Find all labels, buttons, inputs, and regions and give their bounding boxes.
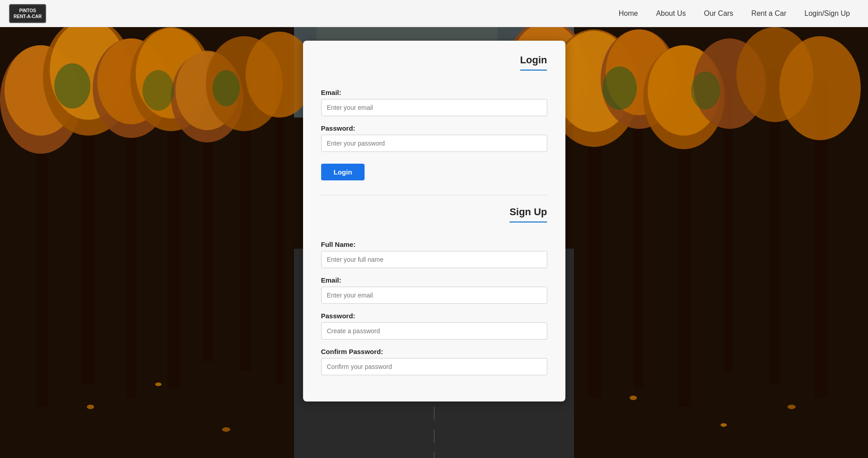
- nav-link-login[interactable]: Login/Sign Up: [804, 9, 850, 17]
- login-email-label: Email:: [321, 89, 547, 96]
- login-password-group: Password:: [321, 124, 547, 152]
- nav-item-home[interactable]: Home: [619, 9, 638, 18]
- nav-item-rent[interactable]: Rent a Car: [751, 9, 786, 18]
- signup-password-label: Password:: [321, 312, 547, 320]
- logo-line2: RENT-A-CAR: [14, 14, 42, 19]
- signup-email-label: Email:: [321, 276, 547, 284]
- nav-item-about[interactable]: About Us: [656, 9, 686, 18]
- logo-box: PINTOS RENT-A-CAR: [9, 4, 46, 23]
- signup-fullname-group: Full Name:: [321, 241, 547, 268]
- nav-link-cars[interactable]: Our Cars: [704, 9, 733, 17]
- login-email-input[interactable]: [321, 99, 547, 116]
- logo-line1: PINTOS: [19, 8, 36, 13]
- login-password-input[interactable]: [321, 135, 547, 152]
- nav-item-cars[interactable]: Our Cars: [704, 9, 733, 18]
- login-title: Login: [520, 54, 547, 71]
- nav-item-login[interactable]: Login/Sign Up: [804, 9, 850, 18]
- signup-email-group: Email:: [321, 276, 547, 304]
- login-password-label: Password:: [321, 124, 547, 132]
- signup-title: Sign Up: [509, 206, 547, 222]
- nav-link-rent[interactable]: Rent a Car: [751, 9, 786, 17]
- signup-email-input[interactable]: [321, 287, 547, 304]
- login-title-wrapper: Login: [321, 54, 547, 80]
- logo: PINTOS RENT-A-CAR: [9, 4, 46, 23]
- signup-title-wrapper: Sign Up: [321, 206, 547, 231]
- login-button[interactable]: Login: [321, 164, 365, 180]
- signup-confirm-input[interactable]: [321, 358, 547, 375]
- signup-confirm-label: Confirm Password:: [321, 348, 547, 355]
- form-card: Login Email: Password: Login Sign Up Ful…: [303, 41, 565, 401]
- signup-password-group: Password:: [321, 312, 547, 340]
- nav-link-about[interactable]: About Us: [656, 9, 686, 17]
- login-email-group: Email:: [321, 89, 547, 116]
- navbar: PINTOS RENT-A-CAR Home About Us Our Cars…: [0, 0, 868, 27]
- signup-password-input[interactable]: [321, 322, 547, 340]
- nav-link-home[interactable]: Home: [619, 9, 638, 17]
- signup-fullname-input[interactable]: [321, 251, 547, 268]
- signup-confirm-group: Confirm Password:: [321, 348, 547, 375]
- nav-links: Home About Us Our Cars Rent a Car Login/…: [619, 9, 850, 18]
- main-content: Login Email: Password: Login Sign Up Ful…: [0, 27, 868, 429]
- section-divider: [321, 195, 547, 195]
- signup-fullname-label: Full Name:: [321, 241, 547, 248]
